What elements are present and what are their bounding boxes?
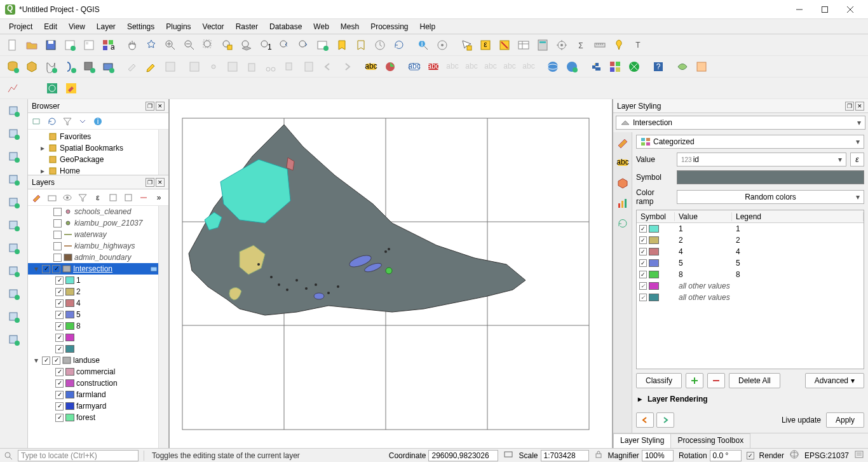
wms-icon[interactable]: [4, 262, 24, 281]
label-highlight-icon[interactable]: abc: [405, 58, 423, 76]
annotation-icon[interactable]: T: [629, 36, 647, 54]
layer-rendering-section[interactable]: ▸Layer Rendering: [636, 392, 864, 406]
tab-processing-toolbox[interactable]: Processing Toolbox: [670, 433, 750, 448]
plugins-icon[interactable]: [606, 58, 624, 76]
ls-close-button[interactable]: ✕: [855, 102, 864, 111]
delete-all-button[interactable]: Delete All: [729, 373, 780, 388]
browser-item[interactable]: GeoPackage: [31, 154, 166, 165]
delimited-icon[interactable]: [4, 170, 24, 189]
menu-web[interactable]: Web: [308, 21, 334, 32]
save-edits-icon[interactable]: [161, 58, 179, 76]
select-value-icon[interactable]: ε: [477, 36, 494, 54]
optionsb-icon[interactable]: [693, 58, 710, 76]
undo-icon[interactable]: [319, 58, 337, 76]
temporal-icon[interactable]: [371, 36, 389, 54]
layer-row[interactable]: 2: [28, 286, 168, 297]
graph-icon[interactable]: [4, 79, 22, 97]
layer-row[interactable]: ▾Intersection: [28, 263, 168, 275]
minimize-button[interactable]: [787, 1, 812, 18]
menu-help[interactable]: Help: [415, 21, 441, 32]
layers-scrollbar[interactable]: [158, 206, 168, 448]
diagrams-tab-icon[interactable]: [615, 196, 630, 211]
col-value[interactable]: Value: [675, 212, 732, 221]
redo-style-button[interactable]: [656, 412, 674, 428]
layer-row[interactable]: farmyard: [28, 400, 168, 412]
style-manager-icon[interactable]: a: [99, 36, 117, 54]
classify-button[interactable]: Classify: [636, 373, 682, 388]
menu-layer[interactable]: Layer: [92, 21, 121, 32]
browser-item[interactable]: ▸Home: [31, 165, 166, 175]
new-bookmark-icon[interactable]: [333, 36, 351, 54]
open-project-icon[interactable]: [23, 36, 41, 54]
menu-processing[interactable]: Processing: [365, 21, 413, 32]
toggle-edit-icon[interactable]: [142, 58, 160, 76]
add-category-button[interactable]: [686, 373, 703, 388]
spatialite-icon[interactable]: [4, 193, 24, 212]
field-calc-icon[interactable]: [534, 36, 552, 54]
copy-features-icon[interactable]: [281, 58, 299, 76]
label-pin-icon[interactable]: abc: [424, 58, 442, 76]
save-project-icon[interactable]: [42, 36, 60, 54]
layer-row[interactable]: 1: [28, 275, 168, 286]
show-bookmarks-icon[interactable]: [352, 36, 370, 54]
menu-vector[interactable]: Vector: [198, 21, 229, 32]
tab-layer-styling[interactable]: Layer Styling: [613, 433, 671, 448]
zoom-out-icon[interactable]: [180, 36, 198, 54]
log-button[interactable]: [854, 449, 864, 461]
menu-database[interactable]: Database: [264, 21, 307, 32]
crs-icon[interactable]: [789, 449, 799, 461]
browser-scrollbar[interactable]: [158, 130, 168, 175]
col-symbol[interactable]: Symbol: [637, 212, 675, 221]
layer-row[interactable]: kiambu_highways: [28, 240, 168, 252]
menu-mesh[interactable]: Mesh: [336, 21, 364, 32]
collapse-all-icon[interactable]: [122, 191, 135, 204]
layer-row[interactable]: 8: [28, 320, 168, 332]
scale-input[interactable]: [541, 450, 589, 461]
zoom-next-icon[interactable]: [295, 36, 313, 54]
processing-toolbox-icon[interactable]: [553, 36, 571, 54]
categories-table[interactable]: Symbol Value Legend 1122445588all other …: [636, 210, 864, 369]
expand-all-icon[interactable]: [107, 191, 119, 204]
new-geopackage-icon[interactable]: [23, 58, 41, 76]
ls-undock-button[interactable]: ❐: [845, 102, 854, 111]
rotation-input[interactable]: [710, 450, 742, 461]
filter-legend-icon[interactable]: [76, 191, 89, 204]
category-row[interactable]: all other values: [637, 292, 864, 303]
scale-lock-icon[interactable]: [594, 450, 603, 461]
identify-icon[interactable]: i: [414, 36, 432, 54]
action-icon[interactable]: [433, 36, 451, 54]
metasearch-icon[interactable]: [544, 58, 562, 76]
add-group-icon[interactable]: [46, 191, 58, 204]
magnifier-input[interactable]: [642, 450, 674, 461]
layers-tree[interactable]: schools_cleanedkiambu_pow_21037waterwayk…: [28, 206, 168, 448]
zoom-selection-icon[interactable]: [219, 36, 236, 54]
pan-icon[interactable]: [123, 36, 141, 54]
browser-item[interactable]: ▸Spatial Bookmarks: [31, 142, 166, 154]
category-row[interactable]: 55: [637, 257, 864, 269]
mesh-new-icon[interactable]: [4, 147, 24, 166]
browser-close-button[interactable]: ✕: [156, 102, 165, 111]
cut-features-icon[interactable]: [262, 58, 280, 76]
layer-row[interactable]: [28, 332, 168, 343]
add-feature-icon[interactable]: [186, 58, 203, 76]
layer-row[interactable]: 4: [28, 297, 168, 309]
col-legend[interactable]: Legend: [732, 212, 864, 221]
menu-raster[interactable]: Raster: [231, 21, 263, 32]
layer-row[interactable]: kiambu_pow_21037: [28, 217, 168, 229]
menu-plugins[interactable]: Plugins: [161, 21, 196, 32]
layer-row[interactable]: ▾landuse: [28, 355, 168, 366]
refresh-map-icon[interactable]: [390, 36, 408, 54]
browser-undock-button[interactable]: ❐: [146, 102, 154, 111]
category-row[interactable]: all other values: [637, 280, 864, 292]
close-button[interactable]: [837, 1, 863, 18]
more-icon[interactable]: »: [153, 191, 165, 204]
attribute-table-icon[interactable]: [515, 36, 532, 54]
expression-button[interactable]: ε: [850, 153, 864, 166]
python-icon[interactable]: [587, 58, 605, 76]
menu-edit[interactable]: Edit: [39, 21, 62, 32]
collapse-icon[interactable]: [76, 115, 89, 128]
metasearch-help-icon[interactable]: [563, 58, 581, 76]
pan-to-selection-icon[interactable]: [142, 36, 160, 54]
remove-category-button[interactable]: [707, 373, 725, 388]
layer-row[interactable]: waterway: [28, 229, 168, 240]
